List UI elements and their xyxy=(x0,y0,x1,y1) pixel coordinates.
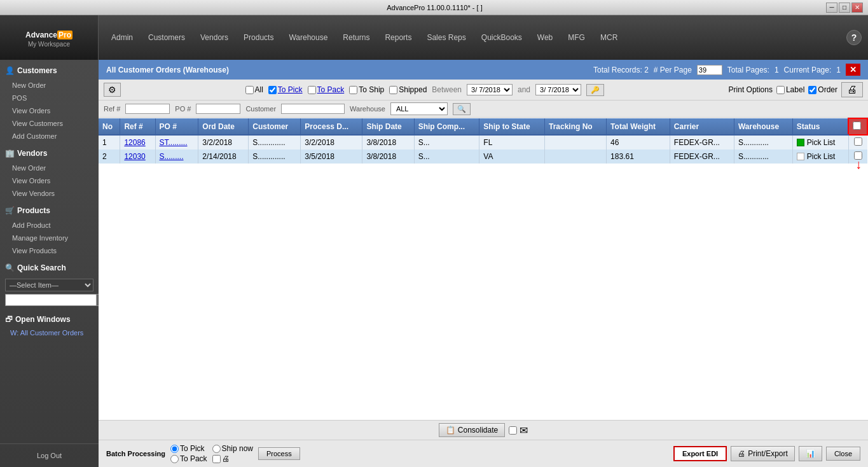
order-checkbox-label[interactable]: Order xyxy=(808,85,837,94)
col-carrier[interactable]: Carrier xyxy=(670,118,734,135)
row-checkbox[interactable] xyxy=(854,137,862,146)
export-edi-button[interactable]: Export EDI xyxy=(673,446,727,461)
nav-returns[interactable]: Returns xyxy=(336,31,376,45)
shipped-checkbox-label[interactable]: Shipped xyxy=(389,85,427,94)
sidebar-item-view-orders-customers[interactable]: View Orders xyxy=(0,104,99,117)
batch-to-pack-label[interactable]: To Pack xyxy=(170,454,207,463)
shipped-checkbox[interactable] xyxy=(389,86,397,94)
all-checkbox-label[interactable]: All xyxy=(245,85,263,94)
print-export-button[interactable]: 🖨 Print/Export xyxy=(731,446,795,461)
batch-to-pack-radio[interactable] xyxy=(170,455,179,463)
logo-workspace: My Workspace xyxy=(28,41,70,48)
close-button[interactable]: Close xyxy=(826,447,860,461)
quick-search-input[interactable] xyxy=(5,294,97,306)
sidebar-item-pos[interactable]: POS xyxy=(0,92,99,104)
label-checkbox[interactable] xyxy=(776,86,785,94)
date-to-select[interactable]: 3/ 7/2018 xyxy=(535,84,581,95)
filter-bar-row1: ⚙ All To Pick To Pack xyxy=(99,80,868,101)
col-ord-date[interactable]: Ord Date xyxy=(198,118,249,135)
process-button[interactable]: Process xyxy=(258,447,300,460)
customer-label: Customer xyxy=(245,105,276,113)
to-pick-checkbox-label[interactable]: To Pick xyxy=(268,85,303,94)
col-no[interactable]: No xyxy=(99,118,120,135)
nav-vendors[interactable]: Vendors xyxy=(194,31,235,45)
po-link[interactable]: S......... xyxy=(160,152,184,161)
batch-to-pick-radio[interactable] xyxy=(170,445,179,453)
batch-extra-checkbox[interactable] xyxy=(212,455,221,463)
print-button[interactable]: 🖨 xyxy=(841,82,863,97)
sidebar-item-view-products[interactable]: View Products xyxy=(0,244,99,257)
to-ship-checkbox[interactable] xyxy=(349,86,357,94)
per-page-input[interactable] xyxy=(697,65,722,75)
po-input[interactable] xyxy=(196,104,240,114)
gear-button[interactable]: ⚙ xyxy=(104,83,121,97)
cell-po: ST......... xyxy=(155,135,198,150)
open-window-all-customer-orders[interactable]: W: All Customer Orders xyxy=(0,328,99,338)
batch-to-pick-label[interactable]: To Pick xyxy=(170,444,207,453)
sidebar-item-view-vendors[interactable]: View Vendors xyxy=(0,187,99,200)
col-ref[interactable]: Ref # xyxy=(120,118,155,135)
green-export-button[interactable]: 📊 xyxy=(799,446,822,461)
nav-quickbooks[interactable]: QuickBooks xyxy=(475,31,528,45)
col-total-weight[interactable]: Total Weight xyxy=(607,118,670,135)
nav-products[interactable]: Products xyxy=(237,31,280,45)
close-x-button[interactable]: ✕ xyxy=(846,64,860,76)
nav-web[interactable]: Web xyxy=(531,31,559,45)
nav-mcr[interactable]: MCR xyxy=(594,31,624,45)
col-process-date[interactable]: Process D... xyxy=(301,118,362,135)
all-checkbox[interactable] xyxy=(245,86,254,94)
window-close-button[interactable]: ✕ xyxy=(851,3,863,13)
order-checkbox[interactable] xyxy=(808,86,816,94)
ref-link[interactable]: 12086 xyxy=(124,138,145,147)
to-ship-checkbox-label[interactable]: To Ship xyxy=(349,85,384,94)
col-tracking[interactable]: Tracking No xyxy=(544,118,606,135)
maximize-button[interactable]: □ xyxy=(839,3,850,13)
sidebar-section-quick-search: 🔍 Quick Search xyxy=(0,260,99,276)
col-warehouse[interactable]: Warehouse xyxy=(734,118,792,135)
date-from-select[interactable]: 3/ 7/2018 xyxy=(467,84,513,95)
nav-customers[interactable]: Customers xyxy=(142,31,191,45)
help-button[interactable]: ? xyxy=(846,30,862,45)
col-po[interactable]: PO # xyxy=(155,118,198,135)
sidebar-item-new-order-customers[interactable]: New Order xyxy=(0,79,99,92)
col-checkbox[interactable] xyxy=(848,118,867,135)
sidebar-item-manage-inventory[interactable]: Manage Inventory xyxy=(0,232,99,244)
sidebar-item-view-orders-vendors[interactable]: View Orders xyxy=(0,174,99,187)
sidebar-item-view-customers[interactable]: View Customers xyxy=(0,117,99,130)
batch-ship-now-radio[interactable] xyxy=(212,445,221,453)
select-all-checkbox[interactable] xyxy=(853,122,861,130)
col-ship-comp[interactable]: Ship Comp... xyxy=(414,118,479,135)
date-search-button[interactable]: 🔑 xyxy=(586,84,604,96)
batch-ship-now-label[interactable]: Ship now xyxy=(212,444,253,453)
vendors-icon: 🏢 xyxy=(5,149,15,158)
nav-salesreps[interactable]: Sales Reps xyxy=(420,31,472,45)
cell-row-checkbox[interactable] xyxy=(848,135,867,150)
consolidate-button[interactable]: 📋 Consolidate xyxy=(439,423,505,437)
col-ship-to-state[interactable]: Ship to State xyxy=(479,118,545,135)
batch-extra-label[interactable]: 🖨 xyxy=(212,454,253,463)
label-checkbox-label[interactable]: Label xyxy=(776,85,804,94)
minimize-button[interactable]: ─ xyxy=(826,3,837,13)
col-customer[interactable]: Customer xyxy=(249,118,301,135)
quick-search-select[interactable]: —Select Item— xyxy=(5,279,93,291)
po-link[interactable]: ST......... xyxy=(160,138,188,147)
log-out-button[interactable]: Log Out xyxy=(5,449,93,462)
sidebar-item-new-order-vendors[interactable]: New Order xyxy=(0,162,99,174)
nav-reports[interactable]: Reports xyxy=(378,31,418,45)
nav-admin[interactable]: Admin xyxy=(105,31,139,45)
warehouse-select[interactable]: ALL xyxy=(390,102,448,115)
sidebar-item-add-customer[interactable]: Add Customer xyxy=(0,130,99,143)
filter-search-button[interactable]: 🔍 xyxy=(453,103,471,115)
ref-link[interactable]: 12030 xyxy=(124,152,145,161)
to-pack-checkbox[interactable] xyxy=(308,86,316,94)
nav-mfg[interactable]: MFG xyxy=(561,31,591,45)
ref-input[interactable] xyxy=(125,104,170,114)
col-ship-date[interactable]: Ship Date xyxy=(362,118,414,135)
to-pick-checkbox[interactable] xyxy=(268,86,277,94)
to-pack-checkbox-label[interactable]: To Pack xyxy=(308,85,345,94)
col-status[interactable]: Status xyxy=(792,118,848,135)
sidebar-item-add-product[interactable]: Add Product xyxy=(0,219,99,232)
nav-warehouse[interactable]: Warehouse xyxy=(282,31,334,45)
consolidate-checkbox[interactable] xyxy=(509,426,517,435)
customer-input[interactable] xyxy=(281,104,345,114)
